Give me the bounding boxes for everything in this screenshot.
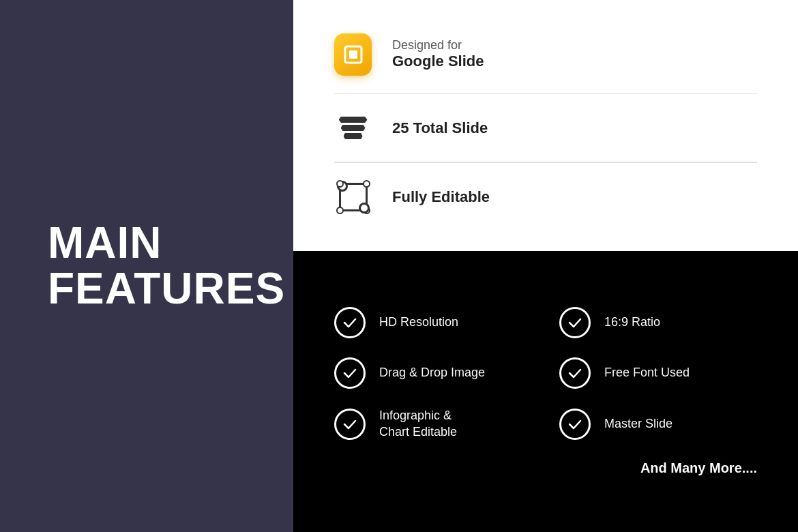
total-slide-row: 25 Total Slide	[334, 94, 757, 162]
checklist-item-ratio: 16:9 Ratio	[559, 307, 757, 338]
google-title: Google Slide	[392, 53, 484, 70]
check-icon-infographic	[334, 409, 366, 440]
google-slides-icon	[334, 33, 372, 76]
check-icon-hd	[334, 307, 366, 338]
google-text-group: Designed for Google Slide	[392, 38, 484, 70]
check-icon-master	[559, 409, 591, 440]
layers-icon-container	[334, 109, 372, 147]
hd-resolution-label: HD Resolution	[379, 314, 458, 330]
checkmark-svg-4	[567, 366, 582, 381]
fully-editable-label: Fully Editable	[392, 188, 490, 206]
sidebar: MAIN FEATURES	[0, 0, 293, 532]
fully-editable-row: Fully Editable	[334, 163, 757, 231]
google-slide-row: Designed for Google Slide	[334, 20, 757, 87]
ratio-label: 16:9 Ratio	[604, 314, 660, 330]
check-icon-font	[559, 357, 591, 389]
checklist-item-free-font: Free Font Used	[559, 357, 757, 389]
designed-for-label: Designed for	[392, 38, 484, 53]
master-slide-label: Master Slide	[604, 416, 673, 432]
checkmark-svg-3	[342, 366, 357, 381]
resize-icon-container	[334, 178, 372, 216]
resize-icon	[339, 183, 368, 211]
checkmark-svg	[342, 315, 357, 330]
checkmark-svg-2	[567, 315, 582, 330]
checklist-item-drag-drop: Drag & Drop Image	[334, 357, 532, 389]
top-section: Designed for Google Slide 25 Total Slide	[293, 0, 798, 251]
checklist-item-master-slide: Master Slide	[559, 408, 757, 440]
check-icon-drag	[334, 357, 366, 389]
checklist-item-infographic: Infographic &Chart Editable	[334, 408, 532, 440]
checklist-item-hd-resolution: HD Resolution	[334, 307, 532, 338]
google-icon-container	[334, 35, 372, 73]
main-features-title: MAIN FEATURES	[48, 220, 285, 312]
check-icon-ratio	[559, 307, 591, 338]
drag-drop-label: Drag & Drop Image	[379, 365, 485, 381]
infographic-label: Infographic &Chart Editable	[379, 408, 457, 440]
svg-rect-1	[349, 50, 357, 59]
layers-icon	[339, 117, 368, 139]
checkmark-svg-6	[567, 417, 582, 432]
checklist-grid: HD Resolution 16:9 Ratio Drag & Drop Ima…	[334, 307, 757, 440]
checkmark-svg-5	[342, 417, 357, 432]
total-slide-label: 25 Total Slide	[392, 119, 488, 137]
free-font-label: Free Font Used	[604, 365, 690, 381]
content-area: Designed for Google Slide 25 Total Slide	[293, 0, 798, 532]
and-more-text: And Many More....	[334, 460, 757, 476]
bottom-section: HD Resolution 16:9 Ratio Drag & Drop Ima…	[293, 251, 798, 532]
google-slides-svg	[342, 44, 364, 65]
